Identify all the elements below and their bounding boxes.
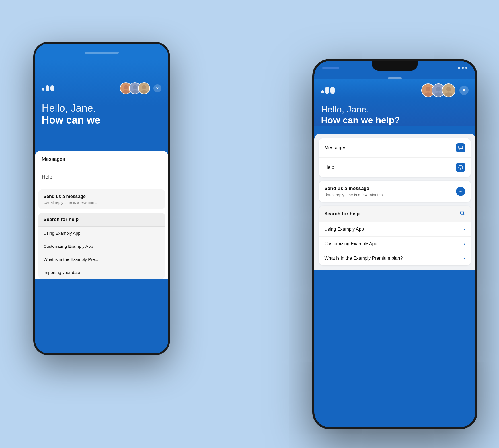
front-logo: [321, 87, 335, 94]
back-send-section[interactable]: Send us a message Usual reply time is a …: [38, 189, 165, 209]
search-item-label-1: Customizing Examply App: [325, 241, 377, 246]
front-content: Messages Help ?: [314, 134, 475, 270]
status-icon-3: [465, 67, 467, 69]
back-search-item-0[interactable]: Using Examply App: [38, 226, 165, 240]
search-item-0[interactable]: Using Examply App ›: [319, 222, 471, 237]
front-app-header: ✕ Hello, Jane. How can we help?: [314, 79, 475, 126]
send-message-subtitle: Usual reply time is a few minutes: [325, 193, 383, 197]
svg-point-10: [426, 87, 430, 92]
search-item-arrow-0: ›: [464, 227, 465, 232]
back-nav-messages[interactable]: Messages: [35, 151, 168, 168]
front-greeting-line1: Hello, Jane.: [321, 104, 469, 115]
back-content: Messages Help Send us a message Usual re…: [35, 151, 168, 279]
back-greeting-line1: Hello, Jane.: [42, 102, 161, 114]
back-greeting: Hello, Jane. How can we: [42, 102, 161, 126]
search-item-arrow-1: ›: [464, 242, 465, 246]
status-icons: [458, 67, 467, 69]
notch: [372, 61, 418, 71]
send-message-text: Send us a message Usual reply time is a …: [325, 186, 383, 197]
svg-point-1: [124, 85, 128, 89]
front-greeting: Hello, Jane. How can we help?: [321, 104, 469, 126]
front-avatar-group: [421, 83, 455, 97]
help-label: Help: [325, 165, 334, 170]
front-avatar-3: [442, 83, 455, 97]
send-message-arrow: [456, 187, 465, 196]
back-search-label: Search for help: [44, 217, 79, 222]
front-greeting-line2: How can we help?: [321, 115, 469, 126]
send-message-card[interactable]: Send us a message Usual reply time is a …: [319, 181, 471, 202]
svg-point-13: [436, 87, 441, 92]
status-bar: [314, 61, 475, 75]
back-send-subtitle: Usual reply time is a few min...: [44, 200, 160, 205]
svg-point-7: [142, 85, 146, 89]
back-logo: [42, 85, 54, 91]
status-icon-2: [462, 67, 464, 69]
back-nav-help[interactable]: Help: [35, 168, 168, 186]
svg-rect-18: [459, 146, 463, 149]
front-close-button[interactable]: ✕: [459, 86, 469, 95]
nav-card: Messages Help ?: [319, 138, 471, 177]
back-search-item-1[interactable]: Customizing Examply App: [38, 240, 165, 253]
back-avatar-group: [120, 82, 150, 94]
search-header-label: Search for help: [325, 211, 360, 217]
scene: ✕ Hello, Jane. How can we Messages Help …: [22, 25, 477, 424]
search-item-2[interactable]: What is in the Examply Premium plan? ›: [319, 251, 471, 265]
back-avatar-3: [138, 82, 150, 94]
back-close-button[interactable]: ✕: [153, 84, 161, 92]
back-send-title: Send us a message: [44, 194, 160, 199]
front-phone: ✕ Hello, Jane. How can we help? Messages: [312, 59, 477, 429]
search-icon[interactable]: [459, 210, 465, 217]
back-greeting-line2: How can we: [42, 114, 161, 126]
search-item-label-2: What is in the Examply Premium plan?: [325, 256, 403, 261]
back-search-item-3[interactable]: Importing your data: [38, 266, 165, 279]
search-item-label-0: Using Examply App: [325, 227, 364, 232]
send-message-title: Send us a message: [325, 186, 383, 191]
svg-text:?: ?: [460, 166, 461, 169]
back-phone: ✕ Hello, Jane. How can we Messages Help …: [33, 42, 170, 355]
svg-point-16: [446, 87, 451, 92]
search-item-1[interactable]: Customizing Examply App ›: [319, 237, 471, 251]
messages-label: Messages: [325, 145, 346, 151]
search-item-arrow-2: ›: [464, 256, 465, 261]
help-icon: ?: [456, 163, 465, 172]
status-icon-1: [458, 67, 460, 69]
svg-point-4: [133, 85, 137, 89]
status-pill: [322, 67, 339, 69]
help-item[interactable]: Help ?: [319, 158, 471, 177]
search-card: Search for help Using Examply App ›: [319, 206, 471, 265]
search-header: Search for help: [319, 206, 471, 222]
messages-icon: [456, 143, 465, 152]
back-search-section: Search for help Using Examply App Custom…: [38, 213, 165, 279]
svg-point-21: [460, 211, 464, 214]
back-search-item-2[interactable]: What is in the Examply Pre...: [38, 253, 165, 266]
messages-item[interactable]: Messages: [319, 138, 471, 158]
